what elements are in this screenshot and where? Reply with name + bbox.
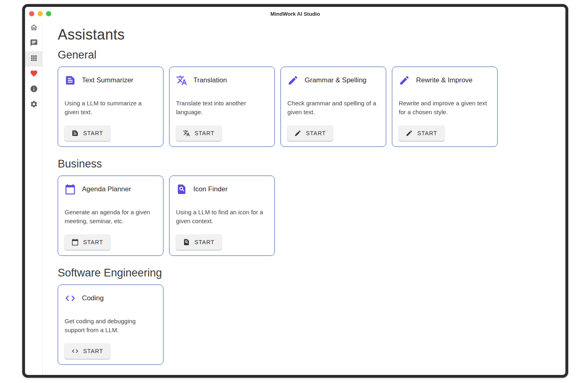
card-description: Rewrite and improve a given text for a c…	[399, 99, 491, 117]
start-button-label: START	[83, 130, 103, 136]
calendar-icon	[71, 239, 79, 246]
translate-icon	[176, 75, 187, 86]
sidebar	[25, 21, 43, 375]
apps-grid-icon	[30, 54, 38, 64]
sidebar-item-about[interactable]	[25, 82, 42, 97]
card-icon-finder: Icon Finder Using a LLM to find an icon …	[169, 176, 275, 256]
section-general: General Text Summarizer Using a LLM to s…	[58, 49, 557, 147]
pencil-icon	[406, 130, 413, 137]
code-icon	[71, 347, 79, 355]
start-button-label: START	[306, 130, 326, 136]
home-icon	[30, 23, 38, 33]
card-title: Translation	[193, 76, 227, 84]
chat-icon	[30, 39, 38, 48]
start-button-rewrite-improve[interactable]: START	[399, 126, 444, 141]
section-business: Business Agenda Planner Generate an agen…	[58, 158, 557, 256]
start-button-label: START	[195, 130, 215, 136]
card-description: Get coding and debugging support from a …	[65, 317, 157, 335]
page-title: Assistants	[58, 26, 557, 43]
traffic-lights	[29, 11, 51, 17]
doc-search-icon	[176, 184, 187, 195]
card-description: Using a LLM to summarize a given text.	[65, 99, 157, 117]
start-button-label: START	[195, 239, 215, 245]
card-title: Coding	[82, 294, 104, 302]
start-button-label: START	[417, 130, 437, 136]
card-title: Grammar & Spelling	[305, 76, 366, 84]
sidebar-item-assistants[interactable]	[25, 51, 42, 67]
start-button-label: START	[83, 348, 103, 354]
main-content: Assistants General Text Summarizer Using…	[43, 21, 565, 375]
section-title: Software Engineering	[58, 267, 557, 279]
pencil-icon	[399, 75, 410, 86]
start-button-text-summarizer[interactable]: START	[65, 126, 110, 141]
card-description: Translate text into another language.	[176, 99, 268, 117]
start-button-translation[interactable]: START	[176, 126, 222, 141]
calendar-icon	[65, 184, 76, 195]
card-description: Using a LLM to find an icon for a given …	[176, 208, 268, 226]
info-icon	[30, 85, 38, 94]
start-button-icon-finder[interactable]: START	[176, 234, 222, 250]
titlebar: MindWork AI Studio	[25, 7, 565, 21]
sidebar-item-chats[interactable]	[25, 36, 42, 51]
translate-icon	[183, 130, 190, 137]
minimize-button[interactable]	[38, 11, 43, 17]
card-agenda-planner: Agenda Planner Generate an agenda for a …	[58, 176, 163, 256]
card-title: Rewrite & Improve	[416, 76, 473, 84]
heart-icon	[30, 69, 38, 79]
zoom-button[interactable]	[46, 11, 51, 17]
code-icon	[65, 293, 76, 304]
card-text-summarizer: Text Summarizer Using a LLM to summarize…	[58, 67, 163, 147]
doc-search-icon	[183, 239, 190, 246]
card-description: Generate an agenda for a given meeting, …	[65, 208, 157, 226]
sidebar-item-settings[interactable]	[25, 97, 42, 113]
start-button-grammar-spelling[interactable]: START	[287, 126, 333, 141]
section-title: Business	[58, 158, 557, 170]
pencil-icon	[287, 75, 299, 86]
pencil-icon	[294, 130, 301, 137]
card-coding: Coding Get coding and debugging support …	[58, 285, 163, 365]
gear-icon	[30, 100, 38, 110]
text-snippet-icon	[71, 130, 79, 137]
text-snippet-icon	[65, 75, 76, 86]
start-button-label: START	[83, 239, 103, 245]
card-rewrite-improve: Rewrite & Improve Rewrite and improve a …	[392, 67, 498, 147]
card-description: Check grammar and spelling of a given te…	[287, 99, 379, 117]
section-software-engineering: Software Engineering Coding Get coding a…	[58, 267, 557, 365]
window-title: MindWork AI Studio	[270, 11, 320, 17]
app-window: MindWork AI Studio Assi	[22, 4, 568, 378]
start-button-coding[interactable]: START	[65, 343, 110, 359]
sidebar-item-home[interactable]	[25, 21, 42, 36]
sidebar-item-favorites[interactable]	[25, 67, 42, 82]
card-translation: Translation Translate text into another …	[169, 67, 275, 147]
close-button[interactable]	[29, 11, 34, 17]
start-button-agenda-planner[interactable]: START	[65, 234, 110, 250]
card-title: Text Summarizer	[82, 76, 134, 84]
card-grammar-spelling: Grammar & Spelling Check grammar and spe…	[280, 67, 386, 147]
section-title: General	[58, 49, 557, 61]
card-title: Icon Finder	[193, 185, 228, 193]
card-title: Agenda Planner	[82, 185, 131, 193]
